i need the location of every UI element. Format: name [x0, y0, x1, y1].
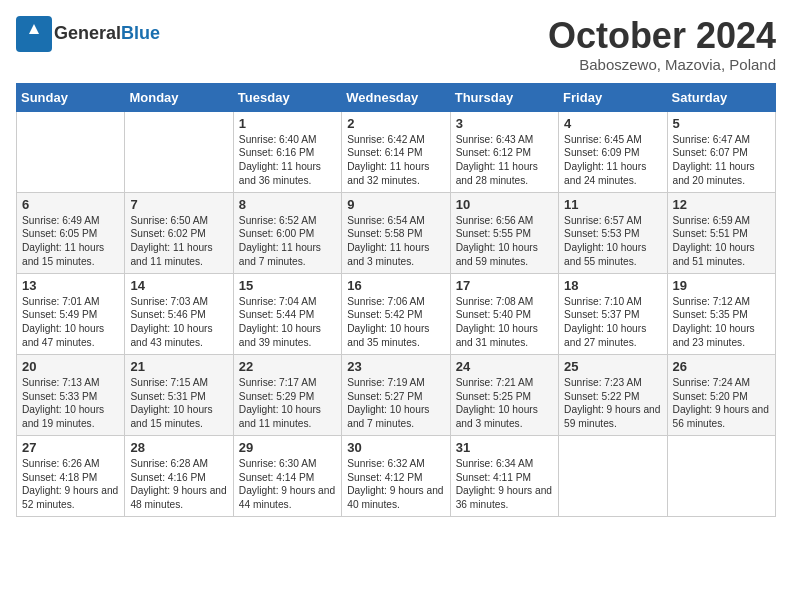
calendar-cell: 11Sunrise: 6:57 AMSunset: 5:53 PMDayligh…: [559, 192, 667, 273]
calendar-week-row: 1Sunrise: 6:40 AMSunset: 6:16 PMDaylight…: [17, 111, 776, 192]
cell-sunrise: Sunrise: 6:30 AM: [239, 458, 317, 469]
cell-daylight: Daylight: 11 hours and 36 minutes.: [239, 161, 321, 186]
cell-sunrise: Sunrise: 6:43 AM: [456, 134, 534, 145]
cell-sunrise: Sunrise: 7:12 AM: [673, 296, 751, 307]
cell-sunrise: Sunrise: 7:13 AM: [22, 377, 100, 388]
day-number: 1: [239, 116, 336, 131]
calendar-week-row: 20Sunrise: 7:13 AMSunset: 5:33 PMDayligh…: [17, 354, 776, 435]
cell-sunset: Sunset: 6:12 PM: [456, 147, 531, 158]
calendar-cell: [125, 111, 233, 192]
day-number: 7: [130, 197, 227, 212]
calendar-week-row: 13Sunrise: 7:01 AMSunset: 5:49 PMDayligh…: [17, 273, 776, 354]
cell-sunrise: Sunrise: 6:32 AM: [347, 458, 425, 469]
cell-daylight: Daylight: 10 hours and 23 minutes.: [673, 323, 755, 348]
cell-sunset: Sunset: 5:22 PM: [564, 391, 639, 402]
cell-sunrise: Sunrise: 6:56 AM: [456, 215, 534, 226]
logo: GeneralBlue: [16, 16, 160, 52]
day-number: 2: [347, 116, 444, 131]
cell-daylight: Daylight: 11 hours and 7 minutes.: [239, 242, 321, 267]
location-subtitle: Baboszewo, Mazovia, Poland: [548, 56, 776, 73]
cell-sunrise: Sunrise: 6:34 AM: [456, 458, 534, 469]
day-number: 19: [673, 278, 770, 293]
cell-sunrise: Sunrise: 6:26 AM: [22, 458, 100, 469]
calendar-cell: 13Sunrise: 7:01 AMSunset: 5:49 PMDayligh…: [17, 273, 125, 354]
cell-sunset: Sunset: 5:40 PM: [456, 309, 531, 320]
cell-sunrise: Sunrise: 7:24 AM: [673, 377, 751, 388]
cell-daylight: Daylight: 10 hours and 51 minutes.: [673, 242, 755, 267]
calendar-cell: 10Sunrise: 6:56 AMSunset: 5:55 PMDayligh…: [450, 192, 558, 273]
day-number: 29: [239, 440, 336, 455]
cell-sunset: Sunset: 5:29 PM: [239, 391, 314, 402]
day-number: 26: [673, 359, 770, 374]
calendar-cell: 4Sunrise: 6:45 AMSunset: 6:09 PMDaylight…: [559, 111, 667, 192]
cell-sunset: Sunset: 5:27 PM: [347, 391, 422, 402]
cell-sunset: Sunset: 5:31 PM: [130, 391, 205, 402]
day-number: 24: [456, 359, 553, 374]
day-number: 11: [564, 197, 661, 212]
cell-sunrise: Sunrise: 7:23 AM: [564, 377, 642, 388]
calendar-cell: 15Sunrise: 7:04 AMSunset: 5:44 PMDayligh…: [233, 273, 341, 354]
cell-daylight: Daylight: 9 hours and 52 minutes.: [22, 485, 118, 510]
day-header-monday: Monday: [125, 83, 233, 111]
day-number: 6: [22, 197, 119, 212]
calendar-cell: [17, 111, 125, 192]
cell-sunrise: Sunrise: 7:10 AM: [564, 296, 642, 307]
calendar-cell: 16Sunrise: 7:06 AMSunset: 5:42 PMDayligh…: [342, 273, 450, 354]
day-number: 30: [347, 440, 444, 455]
cell-daylight: Daylight: 11 hours and 20 minutes.: [673, 161, 755, 186]
cell-daylight: Daylight: 11 hours and 15 minutes.: [22, 242, 104, 267]
page-header: GeneralBlue October 2024 Baboszewo, Mazo…: [16, 16, 776, 73]
calendar-cell: 18Sunrise: 7:10 AMSunset: 5:37 PMDayligh…: [559, 273, 667, 354]
cell-daylight: Daylight: 10 hours and 31 minutes.: [456, 323, 538, 348]
calendar-cell: 8Sunrise: 6:52 AMSunset: 6:00 PMDaylight…: [233, 192, 341, 273]
cell-daylight: Daylight: 9 hours and 36 minutes.: [456, 485, 552, 510]
cell-daylight: Daylight: 10 hours and 35 minutes.: [347, 323, 429, 348]
day-number: 20: [22, 359, 119, 374]
logo-general: General: [54, 23, 121, 43]
day-number: 5: [673, 116, 770, 131]
cell-daylight: Daylight: 9 hours and 44 minutes.: [239, 485, 335, 510]
cell-sunset: Sunset: 6:02 PM: [130, 228, 205, 239]
cell-sunrise: Sunrise: 6:42 AM: [347, 134, 425, 145]
cell-sunrise: Sunrise: 7:04 AM: [239, 296, 317, 307]
day-number: 4: [564, 116, 661, 131]
calendar-cell: 23Sunrise: 7:19 AMSunset: 5:27 PMDayligh…: [342, 354, 450, 435]
day-header-tuesday: Tuesday: [233, 83, 341, 111]
day-number: 16: [347, 278, 444, 293]
cell-sunset: Sunset: 5:49 PM: [22, 309, 97, 320]
day-number: 21: [130, 359, 227, 374]
cell-daylight: Daylight: 10 hours and 39 minutes.: [239, 323, 321, 348]
logo-icon: [16, 16, 52, 52]
cell-daylight: Daylight: 9 hours and 40 minutes.: [347, 485, 443, 510]
calendar-cell: [667, 435, 775, 516]
cell-sunrise: Sunrise: 7:19 AM: [347, 377, 425, 388]
calendar-table: SundayMondayTuesdayWednesdayThursdayFrid…: [16, 83, 776, 517]
day-number: 13: [22, 278, 119, 293]
cell-sunset: Sunset: 4:14 PM: [239, 472, 314, 483]
cell-daylight: Daylight: 10 hours and 7 minutes.: [347, 404, 429, 429]
calendar-header-row: SundayMondayTuesdayWednesdayThursdayFrid…: [17, 83, 776, 111]
cell-sunrise: Sunrise: 7:21 AM: [456, 377, 534, 388]
cell-sunrise: Sunrise: 6:28 AM: [130, 458, 208, 469]
cell-sunset: Sunset: 4:18 PM: [22, 472, 97, 483]
cell-daylight: Daylight: 11 hours and 28 minutes.: [456, 161, 538, 186]
cell-daylight: Daylight: 11 hours and 11 minutes.: [130, 242, 212, 267]
cell-sunrise: Sunrise: 6:50 AM: [130, 215, 208, 226]
cell-sunset: Sunset: 6:05 PM: [22, 228, 97, 239]
cell-sunset: Sunset: 5:55 PM: [456, 228, 531, 239]
title-block: October 2024 Baboszewo, Mazovia, Poland: [548, 16, 776, 73]
calendar-cell: [559, 435, 667, 516]
cell-sunrise: Sunrise: 6:54 AM: [347, 215, 425, 226]
logo-blue: Blue: [121, 23, 160, 43]
calendar-cell: 20Sunrise: 7:13 AMSunset: 5:33 PMDayligh…: [17, 354, 125, 435]
cell-daylight: Daylight: 10 hours and 15 minutes.: [130, 404, 212, 429]
calendar-cell: 6Sunrise: 6:49 AMSunset: 6:05 PMDaylight…: [17, 192, 125, 273]
day-number: 14: [130, 278, 227, 293]
cell-daylight: Daylight: 10 hours and 11 minutes.: [239, 404, 321, 429]
day-number: 17: [456, 278, 553, 293]
calendar-week-row: 27Sunrise: 6:26 AMSunset: 4:18 PMDayligh…: [17, 435, 776, 516]
cell-sunrise: Sunrise: 6:45 AM: [564, 134, 642, 145]
cell-sunset: Sunset: 5:33 PM: [22, 391, 97, 402]
day-number: 10: [456, 197, 553, 212]
calendar-cell: 9Sunrise: 6:54 AMSunset: 5:58 PMDaylight…: [342, 192, 450, 273]
